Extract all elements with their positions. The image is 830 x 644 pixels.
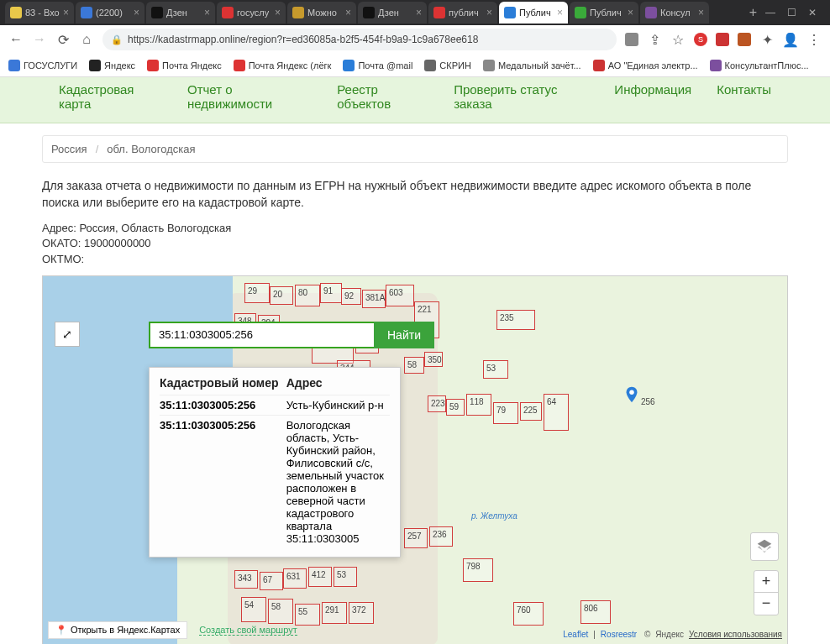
intro-text: Для заказа отчета о недвижимости по данн… bbox=[42, 178, 788, 211]
url-text: kadastrmapp.online/region?r=ed36085a-b2f… bbox=[158, 34, 478, 45]
tab-close-icon[interactable]: × bbox=[698, 7, 704, 18]
zoom-out-button[interactable]: − bbox=[754, 593, 778, 615]
parcel-label: 372 bbox=[352, 605, 366, 615]
bookmark-item[interactable]: Почта @mail bbox=[343, 60, 412, 71]
browser-tab[interactable]: Дзен× bbox=[146, 2, 215, 24]
browser-tab[interactable]: Консул× bbox=[640, 2, 709, 24]
map-search: Найти bbox=[149, 322, 434, 348]
nav-check-status[interactable]: Проверить статус заказа bbox=[454, 82, 589, 111]
browser-tab[interactable]: Публич× bbox=[499, 2, 568, 24]
parcel-label: 54 bbox=[244, 600, 254, 610]
col-address: Адрес bbox=[286, 376, 390, 395]
ext-icon[interactable]: S bbox=[694, 33, 707, 46]
parcel-label: 806 bbox=[584, 604, 598, 613]
parcel-label: 59 bbox=[449, 402, 459, 411]
bookmark-item[interactable]: Яндекс bbox=[89, 60, 135, 71]
bookmark-item[interactable]: СКРИН bbox=[424, 60, 471, 71]
browser-tab[interactable]: госуслу× bbox=[217, 2, 286, 24]
open-yandex-maps[interactable]: 📍 Открыть в Яндекс.Картах bbox=[48, 621, 187, 639]
parcel-label: 80 bbox=[298, 288, 307, 297]
tab-close-icon[interactable]: × bbox=[345, 7, 351, 18]
tab-close-icon[interactable]: × bbox=[63, 7, 69, 18]
browser-tab[interactable]: Дзен× bbox=[358, 2, 427, 24]
browser-tab[interactable]: Можно× bbox=[287, 2, 356, 24]
back-button[interactable]: ← bbox=[8, 32, 24, 47]
window-maximize[interactable]: ☐ bbox=[787, 7, 796, 18]
window-close[interactable]: ✕ bbox=[808, 7, 817, 18]
reload-button[interactable]: ⟳ bbox=[55, 32, 71, 47]
tab-close-icon[interactable]: × bbox=[275, 7, 281, 18]
rosreestr-link[interactable]: Rosreestr bbox=[601, 630, 637, 639]
parcel-label: 235 bbox=[500, 313, 514, 322]
bookmark-item[interactable]: Почта Яндекс bbox=[147, 60, 222, 71]
browser-tab[interactable]: (2200)× bbox=[76, 2, 144, 24]
parcel-label: 67 bbox=[263, 575, 272, 584]
share-icon[interactable]: ⇪ bbox=[647, 32, 662, 47]
extensions-icon[interactable]: ✦ bbox=[759, 32, 775, 47]
parcel-label: 221 bbox=[418, 305, 432, 314]
star-icon[interactable]: ☆ bbox=[670, 32, 686, 47]
site-nav: Кадастровая карта Отчет о недвижимости Р… bbox=[0, 77, 830, 123]
parcel-label: 381A bbox=[365, 293, 385, 302]
result-row[interactable]: 35:11:0303005:256 Вологодская область, У… bbox=[160, 415, 390, 548]
bookmark-item[interactable]: АО "Единая электр... bbox=[593, 60, 698, 71]
parcel-label: 236 bbox=[433, 530, 447, 539]
nav-registry[interactable]: Реестр объектов bbox=[337, 82, 428, 111]
zoom-in-button[interactable]: + bbox=[754, 571, 778, 593]
ext-icon[interactable] bbox=[738, 33, 751, 46]
parcel-label: 412 bbox=[312, 570, 326, 579]
nav-info[interactable]: Информация bbox=[614, 82, 691, 111]
cadastral-search-input[interactable] bbox=[149, 322, 374, 348]
tab-close-icon[interactable]: × bbox=[557, 7, 563, 18]
parcel-label: 29 bbox=[248, 286, 257, 296]
parcel-label: 55 bbox=[298, 607, 307, 616]
ext-icon[interactable] bbox=[625, 33, 638, 46]
parcel-label: 631 bbox=[286, 572, 301, 581]
result-row[interactable]: 35:11:0303005:256 Усть-Кубинский р-н bbox=[160, 395, 390, 415]
tab-close-icon[interactable]: × bbox=[134, 7, 139, 18]
bookmark-item[interactable]: КонсультантПлюс... bbox=[710, 60, 809, 71]
window-minimize[interactable]: — bbox=[765, 7, 775, 18]
new-tab-button[interactable]: + bbox=[743, 5, 764, 20]
bookmark-item[interactable]: ГОСУСЛУГИ bbox=[8, 60, 77, 71]
layers-button[interactable] bbox=[750, 532, 779, 561]
yandex-brand: Яндекс bbox=[655, 630, 684, 639]
tab-close-icon[interactable]: × bbox=[628, 7, 633, 18]
map-marker[interactable] bbox=[622, 385, 641, 404]
browser-tab[interactable]: Публич× bbox=[570, 2, 638, 24]
menu-icon[interactable]: ⋮ bbox=[806, 32, 822, 47]
parcel-label: 53 bbox=[486, 364, 496, 373]
parcel-label: 91 bbox=[323, 286, 333, 296]
nav-report[interactable]: Отчет о недвижимости bbox=[187, 82, 312, 111]
browser-tab[interactable]: публич× bbox=[428, 2, 497, 24]
browser-tab[interactable]: 83 - Вхо× bbox=[5, 2, 74, 24]
parcel-label: 291 bbox=[325, 605, 339, 615]
nav-contacts[interactable]: Контакты bbox=[717, 82, 771, 111]
home-button[interactable]: ⌂ bbox=[79, 32, 94, 47]
parcel-label: 343 bbox=[238, 573, 252, 583]
search-button[interactable]: Найти bbox=[374, 322, 434, 348]
create-route-link[interactable]: Создать свой маршрут bbox=[199, 625, 297, 636]
yandex-terms-link[interactable]: Условия использования bbox=[689, 630, 782, 639]
breadcrumb: Россия / обл. Вологодская bbox=[42, 135, 788, 163]
bookmark-item[interactable]: Почта Яндекс (лёгк bbox=[234, 60, 332, 71]
ext-icon[interactable] bbox=[716, 33, 729, 46]
address-bar[interactable]: 🔒 https:// kadastrmapp.online/region?r=e… bbox=[102, 29, 617, 50]
bookmark-item[interactable]: Медальный зачёт... bbox=[483, 60, 581, 71]
lock-icon: 🔒 bbox=[111, 34, 123, 45]
river-label: р. Желтуха bbox=[471, 511, 517, 521]
zoom-control: + − bbox=[754, 570, 779, 615]
forward-button[interactable]: → bbox=[32, 32, 47, 47]
parcel-label: 760 bbox=[517, 605, 531, 615]
address-meta: Адрес: Россия, Область Вологодская ОКАТО… bbox=[42, 221, 788, 267]
cadastral-map[interactable]: 2920809192381A60322134820466102583503442… bbox=[42, 275, 788, 644]
fullscreen-button[interactable]: ⤢ bbox=[55, 322, 80, 347]
tab-close-icon[interactable]: × bbox=[204, 7, 210, 18]
profile-icon[interactable]: 👤 bbox=[783, 32, 798, 47]
breadcrumb-root[interactable]: Россия bbox=[51, 143, 87, 155]
url-prefix: https:// bbox=[128, 34, 158, 45]
tab-close-icon[interactable]: × bbox=[486, 7, 492, 18]
nav-cadastral-map[interactable]: Кадастровая карта bbox=[59, 82, 162, 111]
tab-close-icon[interactable]: × bbox=[416, 7, 422, 18]
leaflet-link[interactable]: Leaflet bbox=[563, 630, 588, 639]
